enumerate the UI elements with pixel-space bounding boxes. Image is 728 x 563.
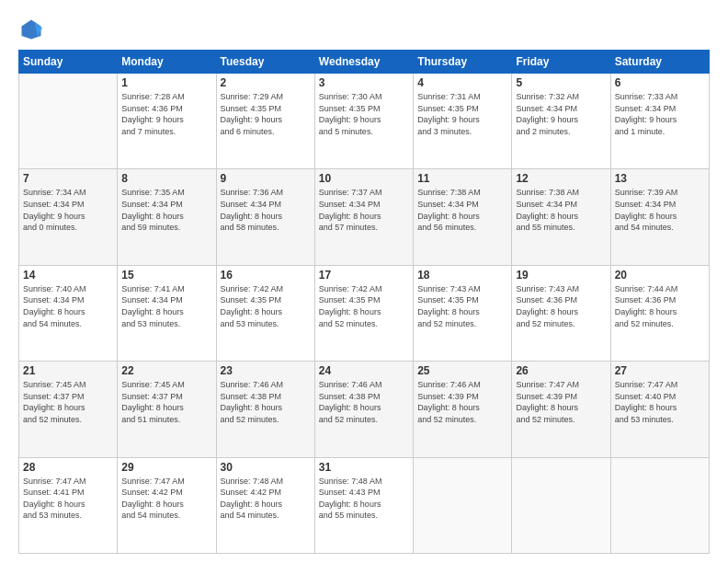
day-number: 28 [23,461,113,474]
day-number: 14 [23,269,113,282]
calendar-cell: 3Sunrise: 7:30 AM Sunset: 4:35 PM Daylig… [314,74,413,169]
calendar-week-4: 21Sunrise: 7:45 AM Sunset: 4:37 PM Dayli… [19,362,710,457]
day-number: 30 [221,461,311,474]
calendar-cell: 19Sunrise: 7:43 AM Sunset: 4:36 PM Dayli… [512,265,610,361]
cell-text: Sunrise: 7:40 AM Sunset: 4:34 PM Dayligh… [23,283,113,329]
cell-text: Sunrise: 7:45 AM Sunset: 4:37 PM Dayligh… [121,379,211,425]
calendar-cell: 10Sunrise: 7:37 AM Sunset: 4:34 PM Dayli… [314,169,413,265]
day-number: 24 [319,364,409,377]
calendar-header-monday: Monday [118,51,216,74]
calendar-cell: 7Sunrise: 7:34 AM Sunset: 4:34 PM Daylig… [19,169,118,265]
calendar-cell: 24Sunrise: 7:46 AM Sunset: 4:38 PM Dayli… [314,362,413,457]
calendar-week-1: 1Sunrise: 7:28 AM Sunset: 4:36 PM Daylig… [19,74,710,169]
cell-text: Sunrise: 7:42 AM Sunset: 4:35 PM Dayligh… [221,283,311,329]
calendar-header-friday: Friday [512,51,610,74]
day-number: 8 [121,172,211,185]
calendar-cell [19,74,118,169]
day-number: 21 [23,364,113,377]
day-number: 15 [121,269,211,282]
logo [18,17,48,42]
calendar-header-row: SundayMondayTuesdayWednesdayThursdayFrid… [19,51,710,74]
day-number: 4 [417,76,507,89]
calendar-cell: 1Sunrise: 7:28 AM Sunset: 4:36 PM Daylig… [118,74,216,169]
day-number: 17 [319,269,409,282]
cell-text: Sunrise: 7:41 AM Sunset: 4:34 PM Dayligh… [121,283,211,329]
cell-text: Sunrise: 7:47 AM Sunset: 4:39 PM Dayligh… [516,379,606,425]
calendar-header-saturday: Saturday [610,51,709,74]
cell-text: Sunrise: 7:37 AM Sunset: 4:34 PM Dayligh… [319,187,409,233]
calendar-cell: 18Sunrise: 7:43 AM Sunset: 4:35 PM Dayli… [414,265,512,361]
cell-text: Sunrise: 7:47 AM Sunset: 4:40 PM Dayligh… [615,379,705,425]
day-number: 10 [319,172,409,185]
cell-text: Sunrise: 7:48 AM Sunset: 4:43 PM Dayligh… [319,476,409,522]
cell-text: Sunrise: 7:30 AM Sunset: 4:35 PM Dayligh… [319,91,409,137]
calendar-cell: 8Sunrise: 7:35 AM Sunset: 4:34 PM Daylig… [118,169,216,265]
cell-text: Sunrise: 7:38 AM Sunset: 4:34 PM Dayligh… [417,187,507,233]
day-number: 5 [516,76,606,89]
cell-text: Sunrise: 7:31 AM Sunset: 4:35 PM Dayligh… [417,91,507,137]
calendar-header-thursday: Thursday [414,51,512,74]
calendar-table: SundayMondayTuesdayWednesdayThursdayFrid… [18,50,710,554]
calendar-header-tuesday: Tuesday [216,51,314,74]
cell-text: Sunrise: 7:34 AM Sunset: 4:34 PM Dayligh… [23,187,113,233]
day-number: 23 [221,364,311,377]
day-number: 26 [516,364,606,377]
cell-text: Sunrise: 7:45 AM Sunset: 4:37 PM Dayligh… [23,379,113,425]
calendar-cell: 27Sunrise: 7:47 AM Sunset: 4:40 PM Dayli… [610,362,709,457]
calendar-cell [610,457,709,553]
calendar-cell: 4Sunrise: 7:31 AM Sunset: 4:35 PM Daylig… [414,74,512,169]
calendar-cell [414,457,512,553]
cell-text: Sunrise: 7:29 AM Sunset: 4:35 PM Dayligh… [221,91,311,137]
cell-text: Sunrise: 7:28 AM Sunset: 4:36 PM Dayligh… [121,91,211,137]
day-number: 12 [516,172,606,185]
calendar-header-sunday: Sunday [19,51,118,74]
day-number: 1 [121,76,211,89]
day-number: 19 [516,269,606,282]
day-number: 27 [615,364,705,377]
calendar-week-2: 7Sunrise: 7:34 AM Sunset: 4:34 PM Daylig… [19,169,710,265]
logo-icon [18,17,44,42]
cell-text: Sunrise: 7:43 AM Sunset: 4:35 PM Dayligh… [417,283,507,329]
calendar-cell: 26Sunrise: 7:47 AM Sunset: 4:39 PM Dayli… [512,362,610,457]
day-number: 25 [417,364,507,377]
cell-text: Sunrise: 7:47 AM Sunset: 4:42 PM Dayligh… [121,476,211,522]
calendar-cell: 9Sunrise: 7:36 AM Sunset: 4:34 PM Daylig… [216,169,314,265]
day-number: 13 [615,172,705,185]
calendar-cell: 17Sunrise: 7:42 AM Sunset: 4:35 PM Dayli… [314,265,413,361]
calendar-cell: 11Sunrise: 7:38 AM Sunset: 4:34 PM Dayli… [414,169,512,265]
calendar-cell [512,457,610,553]
day-number: 9 [221,172,311,185]
calendar-cell: 5Sunrise: 7:32 AM Sunset: 4:34 PM Daylig… [512,74,610,169]
day-number: 29 [121,461,211,474]
calendar-cell: 12Sunrise: 7:38 AM Sunset: 4:34 PM Dayli… [512,169,610,265]
calendar-cell: 13Sunrise: 7:39 AM Sunset: 4:34 PM Dayli… [610,169,709,265]
cell-text: Sunrise: 7:43 AM Sunset: 4:36 PM Dayligh… [516,283,606,329]
page: SundayMondayTuesdayWednesdayThursdayFrid… [0,0,728,563]
day-number: 6 [615,76,705,89]
cell-text: Sunrise: 7:46 AM Sunset: 4:38 PM Dayligh… [319,379,409,425]
day-number: 18 [417,269,507,282]
calendar-header-wednesday: Wednesday [314,51,413,74]
calendar-cell: 15Sunrise: 7:41 AM Sunset: 4:34 PM Dayli… [118,265,216,361]
calendar-cell: 30Sunrise: 7:48 AM Sunset: 4:42 PM Dayli… [216,457,314,553]
cell-text: Sunrise: 7:36 AM Sunset: 4:34 PM Dayligh… [221,187,311,233]
day-number: 3 [319,76,409,89]
calendar-week-5: 28Sunrise: 7:47 AM Sunset: 4:41 PM Dayli… [19,457,710,553]
calendar-cell: 16Sunrise: 7:42 AM Sunset: 4:35 PM Dayli… [216,265,314,361]
cell-text: Sunrise: 7:38 AM Sunset: 4:34 PM Dayligh… [516,187,606,233]
calendar-cell: 2Sunrise: 7:29 AM Sunset: 4:35 PM Daylig… [216,74,314,169]
calendar-cell: 6Sunrise: 7:33 AM Sunset: 4:34 PM Daylig… [610,74,709,169]
day-number: 11 [417,172,507,185]
cell-text: Sunrise: 7:33 AM Sunset: 4:34 PM Dayligh… [615,91,705,137]
header [18,17,710,42]
cell-text: Sunrise: 7:46 AM Sunset: 4:39 PM Dayligh… [417,379,507,425]
calendar-cell: 21Sunrise: 7:45 AM Sunset: 4:37 PM Dayli… [19,362,118,457]
day-number: 16 [221,269,311,282]
cell-text: Sunrise: 7:32 AM Sunset: 4:34 PM Dayligh… [516,91,606,137]
day-number: 22 [121,364,211,377]
calendar-cell: 23Sunrise: 7:46 AM Sunset: 4:38 PM Dayli… [216,362,314,457]
calendar-cell: 20Sunrise: 7:44 AM Sunset: 4:36 PM Dayli… [610,265,709,361]
calendar-week-3: 14Sunrise: 7:40 AM Sunset: 4:34 PM Dayli… [19,265,710,361]
cell-text: Sunrise: 7:46 AM Sunset: 4:38 PM Dayligh… [221,379,311,425]
day-number: 2 [221,76,311,89]
